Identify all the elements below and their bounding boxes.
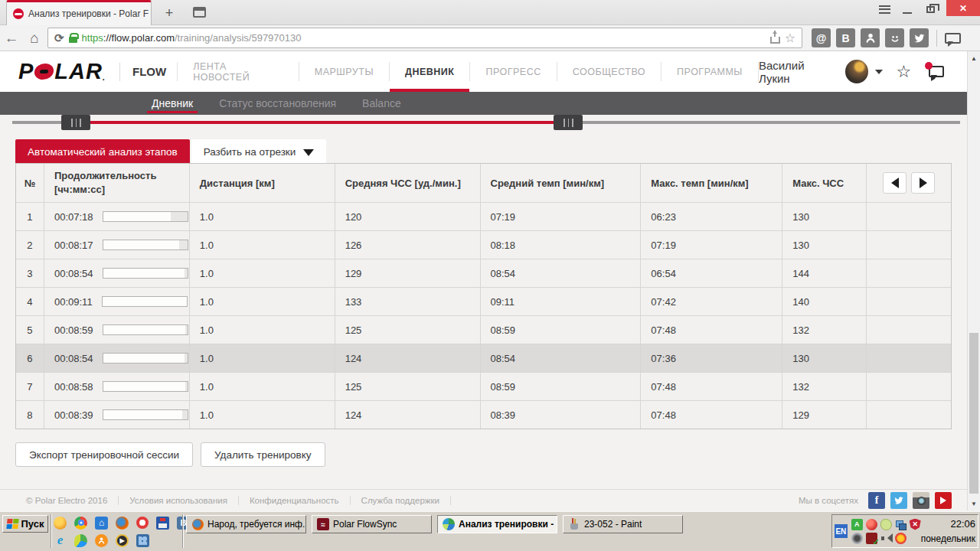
lap-duration: 00:08:54 <box>44 344 190 372</box>
subnav-item-recovery[interactable]: Статус восстановления <box>219 92 336 115</box>
flowsync-tray-icon[interactable] <box>866 533 877 544</box>
table-row[interactable]: 300:08:541.012908:5406:54144 <box>16 259 951 287</box>
browser-menu-button[interactable] <box>873 0 896 18</box>
task-flowsync-window[interactable]: ≈ Polar FlowSync <box>312 515 432 533</box>
nav-item-programs[interactable]: ПРОГРАММЫ <box>662 62 759 81</box>
close-button[interactable]: ✕ <box>946 0 980 16</box>
nav-item-feed[interactable]: ЛЕНТА НОВОСТЕЙ <box>177 62 299 81</box>
maps-icon[interactable] <box>74 534 87 547</box>
task-analysis-window[interactable]: Анализ тренировки - ... <box>437 515 557 533</box>
url-text[interactable]: https://flow.polar.com/training/analysis… <box>82 32 302 44</box>
col-header-max-pace[interactable]: Макс. темп [мин/км] <box>641 164 782 202</box>
col-header-distance[interactable]: Дистанция [км] <box>190 164 335 202</box>
webcam-icon[interactable] <box>851 533 863 544</box>
odnoklassniki-icon[interactable] <box>95 534 108 547</box>
minimize-button[interactable] <box>896 0 919 18</box>
internet-explorer-icon[interactable]: e <box>54 534 67 547</box>
chat-bubble-icon[interactable] <box>945 33 961 44</box>
table-row[interactable]: 400:09:111.013309:1107:42140 <box>16 287 951 315</box>
table-row[interactable]: 800:08:391.012408:3907:48129 <box>16 400 951 429</box>
user-name[interactable]: Василий Лукин <box>759 59 838 85</box>
col-header-max-hr[interactable]: Макс. ЧСС <box>782 164 867 202</box>
clock[interactable]: 22:06 понедельник <box>921 517 975 546</box>
nav-item-progress[interactable]: ПРОГРЕСС <box>470 62 557 81</box>
blue-house-icon[interactable]: ⌂ <box>95 517 108 530</box>
vk-extension-icon[interactable]: B <box>836 28 855 47</box>
amber-app-icon[interactable] <box>54 517 67 530</box>
opera-icon[interactable] <box>136 517 149 529</box>
prev-page-button[interactable] <box>883 172 906 194</box>
share-icon[interactable] <box>770 37 780 44</box>
media-player-icon[interactable]: ▶ <box>116 534 129 547</box>
scrollbar-thumb[interactable] <box>969 333 978 494</box>
avatar[interactable] <box>845 60 869 83</box>
auto-analysis-button[interactable]: Автоматический анализ этапов <box>15 139 190 165</box>
subnav-item-balance[interactable]: Balance <box>362 92 401 115</box>
slider-handle-left[interactable] <box>61 115 90 130</box>
polar-logo[interactable]: PLAR. <box>18 59 106 84</box>
start-button[interactable]: Пуск <box>2 515 48 533</box>
bookmark-star-icon[interactable]: ☆ <box>785 32 795 44</box>
instagram-icon[interactable] <box>913 492 929 509</box>
table-row[interactable]: 700:08:581.012508:5907:48132 <box>16 372 951 400</box>
security-alert-icon[interactable]: ✕ <box>910 519 921 530</box>
subnav-item-diary[interactable]: Дневник <box>152 92 193 115</box>
blob-app-icon[interactable] <box>880 519 892 530</box>
twitter-extension-icon[interactable] <box>910 28 929 47</box>
col-header-duration[interactable]: Продолжительность[чч:мм:сс] <box>44 164 190 202</box>
nav-item-routes[interactable]: МАРШРУТЫ <box>299 62 390 81</box>
twitter-icon[interactable] <box>890 492 907 509</box>
volume-icon[interactable] <box>880 533 892 544</box>
browser-tab-active[interactable]: Анализ тренировки - Polar F <box>6 0 152 25</box>
scroll-up-icon[interactable]: ▲ <box>968 52 980 64</box>
mailru-at-icon[interactable]: @ <box>812 28 831 47</box>
new-tab-button[interactable]: + <box>159 4 179 22</box>
col-header-avg-pace[interactable]: Средний темп [мин/км] <box>481 164 642 202</box>
youtube-icon[interactable] <box>935 492 952 509</box>
scroll-down-icon[interactable]: ▼ <box>968 497 980 510</box>
chevron-down-icon[interactable] <box>875 70 883 78</box>
url-bar[interactable]: ⟳ https://flow.polar.com/training/analys… <box>47 28 802 48</box>
blue-app-icon[interactable] <box>136 534 149 547</box>
task-label: Polar FlowSync <box>333 519 397 530</box>
task-paint-window[interactable]: 23-052 - Paint <box>563 515 683 533</box>
delete-training-button[interactable]: Удалить тренировку <box>201 442 325 467</box>
facebook-icon[interactable]: f <box>868 492 885 509</box>
table-row[interactable]: 600:08:541.012408:5407:36130 <box>16 344 951 372</box>
task-forum-window[interactable]: Народ, требуется инф... <box>186 515 306 533</box>
back-button[interactable]: ← <box>0 31 23 45</box>
tab-list-icon[interactable] <box>193 7 206 18</box>
footer-link-privacy[interactable]: Конфиденциальность <box>239 496 351 505</box>
home-button[interactable]: ⌂ <box>23 31 46 45</box>
reload-icon[interactable]: ⟳ <box>54 31 64 45</box>
nav-item-diary[interactable]: ДНЕВНИК <box>390 62 470 81</box>
network-icon[interactable] <box>895 519 906 530</box>
restore-icon <box>926 6 935 13</box>
footer-link-support[interactable]: Служба поддержки <box>351 496 451 505</box>
language-indicator[interactable]: EN <box>835 524 848 538</box>
notifications-icon[interactable] <box>929 66 944 77</box>
export-session-button[interactable]: Экспорт тренировочной сессии <box>15 442 193 467</box>
virus-ball-icon[interactable] <box>866 519 877 530</box>
table-row[interactable]: 200:08:171.012608:1807:19130 <box>16 230 951 259</box>
favorite-star-icon[interactable]: ☆ <box>896 64 911 80</box>
slider-handle-right[interactable] <box>554 115 583 130</box>
next-page-button[interactable] <box>911 172 935 194</box>
chrome-icon[interactable] <box>74 517 87 530</box>
moymir-smiley-icon[interactable] <box>885 28 904 47</box>
table-row[interactable]: 500:08:591.012508:5907:48132 <box>16 315 951 344</box>
split-segments-button[interactable]: Разбить на отрезки <box>191 139 327 165</box>
table-row[interactable]: 100:07:181.012007:1906:23130 <box>16 202 951 230</box>
punto-switcher-icon[interactable]: A <box>851 519 863 530</box>
col-header-num[interactable]: № <box>16 164 44 202</box>
restore-button[interactable] <box>919 0 942 18</box>
antivirus-icon[interactable] <box>895 533 906 544</box>
odnoklassniki-extension-icon[interactable] <box>861 28 880 47</box>
footer-link-terms[interactable]: Условия использования <box>119 496 239 505</box>
footer-social: Мы в соцсетях f <box>799 492 952 509</box>
page-scrollbar[interactable]: ▲ ▼ <box>967 51 980 510</box>
col-header-avg-hr[interactable]: Средняя ЧСС [уд./мин.] <box>335 164 481 202</box>
firefox-icon[interactable] <box>116 517 129 530</box>
nav-item-community[interactable]: СООБЩЕСТВО <box>557 62 662 81</box>
floppy-save-icon[interactable] <box>156 517 169 530</box>
